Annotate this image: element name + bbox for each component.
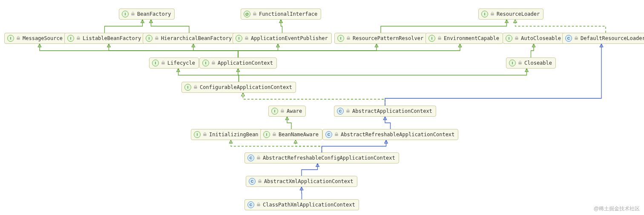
edge-applicationContext-to-resourcePatternResolver [238, 44, 377, 57]
edge-beanNameAware-to-aware [287, 117, 291, 129]
node-abstractRefreshable: CAbstractRefreshableApplicationContext [322, 129, 458, 140]
lock-icon [211, 60, 216, 66]
edge-closeable-to-autoCloseable [531, 44, 534, 57]
node-label: ResourceLoader [497, 11, 540, 17]
node-beanNameAware: IBeanNameAware [260, 129, 322, 140]
node-label: AbstractRefreshableApplicationContext [341, 132, 454, 138]
lock-icon [437, 35, 442, 41]
type-icon: @ [244, 11, 250, 17]
node-autoCloseable: IAutoCloseable [503, 33, 565, 44]
node-hierarchicalBeanFactory: IHierarchicalBeanFactory [143, 33, 236, 44]
node-label: ResourcePatternResolver [353, 35, 423, 41]
lock-icon [272, 132, 276, 138]
node-label: FunctionalInterface [259, 11, 317, 17]
node-resourceLoader: IResourceLoader [478, 9, 543, 20]
node-resourcePatternResolver: IResourcePatternResolver [334, 33, 427, 44]
edge-abstractXml-to-abstractRefreshableConfig [302, 163, 318, 176]
lock-icon [258, 178, 262, 184]
type-icon: I [271, 108, 278, 115]
lock-icon [193, 84, 198, 90]
type-icon: C [249, 178, 256, 185]
type-icon: I [428, 35, 435, 42]
node-listableBeanFactory: IListableBeanFactory [64, 33, 145, 44]
node-label: AbstractXmlApplicationContext [264, 178, 354, 184]
node-initializingBean: IInitializingBean [191, 129, 262, 140]
node-aware: IAware [268, 106, 306, 117]
type-icon: I [509, 60, 516, 66]
edge-listableBeanFactory-to-beanFactory [105, 20, 143, 33]
lock-icon [518, 60, 522, 66]
edge-resourcePatternResolver-to-resourceLoader [381, 20, 507, 33]
edge-abstractRefreshableConfig-to-beanNameAware [296, 140, 322, 152]
edge-configurableAppContext-to-applicationContext [238, 69, 239, 82]
node-label: EnvironmentCapable [444, 35, 499, 41]
node-label: BeanFactory [137, 11, 171, 17]
node-label: ListableBeanFactory [83, 35, 141, 41]
watermark: @稀土掘金技术社区 [594, 205, 640, 212]
node-label: DefaultResourceLoader [581, 35, 644, 41]
edge-abstractRefreshableConfig-to-abstractRefreshable [322, 140, 386, 152]
type-icon: I [152, 60, 159, 66]
node-abstractRefreshableConfig: CAbstractRefreshableConfigApplicationCon… [244, 152, 399, 163]
lock-icon [280, 108, 285, 114]
edge-abstractAppContext-to-configurableAppContext [243, 93, 385, 106]
node-closeable: ICloseable [506, 57, 556, 69]
edge-applicationContext-to-messageSource [40, 44, 238, 57]
node-label: Aware [287, 108, 302, 114]
type-icon: C [565, 35, 572, 42]
type-icon: I [122, 11, 129, 17]
node-label: AbstractApplicationContext [352, 108, 432, 114]
edge-applicationContext-to-listableBeanFactory [109, 44, 239, 57]
node-label: Closeable [524, 60, 552, 66]
node-defaultResourceLoader: CDefaultResourceLoader [562, 33, 644, 44]
type-icon: I [236, 35, 242, 42]
lock-icon [253, 11, 257, 17]
edge-appEventPublisher-to-functionalInterface [281, 20, 282, 33]
type-icon: I [506, 35, 512, 42]
lock-icon [346, 108, 350, 114]
node-abstractAppContext: CAbstractApplicationContext [334, 106, 436, 117]
type-icon: C [247, 155, 254, 161]
node-label: ApplicationContext [218, 60, 273, 66]
lock-icon [161, 60, 165, 66]
node-lifecycle: ILifecycle [149, 57, 199, 69]
node-messageSource: IMessageSource [4, 33, 66, 44]
node-label: ClassPathXmlApplicationContext [263, 202, 355, 208]
lock-icon [155, 35, 159, 41]
edge-configurableAppContext-to-lifecycle [178, 69, 239, 82]
node-label: Lifecycle [167, 60, 195, 66]
node-beanFactory: IBeanFactory [119, 9, 175, 20]
type-icon: C [325, 131, 332, 138]
node-label: ApplicationEventPublisher [251, 35, 328, 41]
node-configurableAppContext: IConfigurableApplicationContext [181, 82, 296, 93]
lock-icon [203, 132, 207, 138]
type-icon: I [67, 35, 74, 42]
lock-icon [490, 11, 494, 17]
lock-icon [131, 11, 135, 17]
edge-abstractRefreshableConfig-to-initializingBean [231, 140, 322, 152]
node-label: HierarchicalBeanFactory [161, 35, 232, 41]
node-appEventPublisher: IApplicationEventPublisher [233, 33, 332, 44]
node-applicationContext: IApplicationContext [199, 57, 277, 69]
edge-abstractRefreshable-to-abstractAppContext [385, 117, 391, 129]
type-icon: I [263, 131, 270, 138]
type-icon: I [337, 35, 344, 42]
lock-icon [256, 155, 261, 161]
type-icon: C [247, 201, 254, 208]
node-label: InitializingBean [209, 132, 259, 138]
node-label: AbstractRefreshableConfigApplicationCont… [263, 155, 395, 161]
node-label: MessageSource [23, 35, 63, 41]
edge-hierarchicalBeanFactory-to-beanFactory [151, 20, 190, 33]
edge-defaultResourceLoader-to-resourceLoader [515, 20, 606, 33]
lock-icon [574, 35, 578, 41]
lock-icon [334, 132, 339, 138]
edge-applicationContext-to-hierarchicalBeanFactory [193, 44, 238, 57]
node-functionalInterface: @FunctionalInterface [241, 9, 321, 20]
type-icon: I [202, 60, 209, 66]
node-label: AutoCloseable [521, 35, 561, 41]
type-icon: I [194, 131, 201, 138]
edge-applicationContext-to-environmentCapable [238, 44, 460, 57]
node-label: BeanNameAware [279, 132, 319, 138]
node-label: ConfigurableApplicationContext [200, 84, 292, 90]
edge-applicationContext-to-appEventPublisher [238, 44, 278, 57]
